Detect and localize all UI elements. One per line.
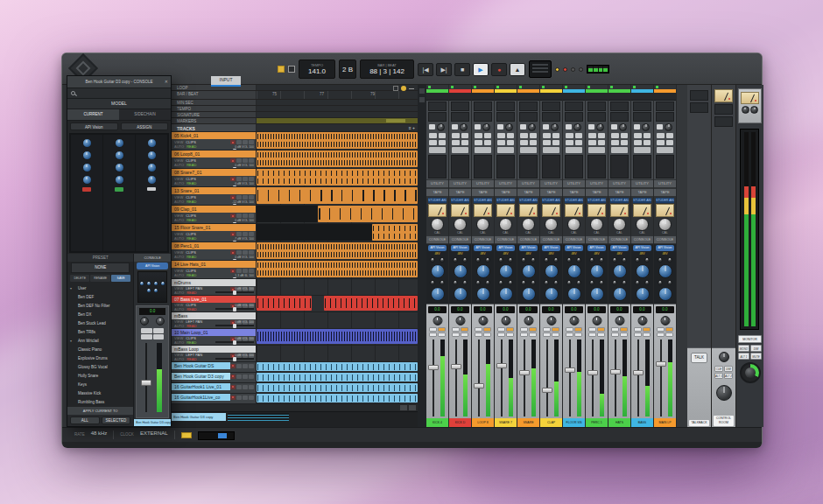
- channel-tab[interactable]: [517, 93, 539, 101]
- pad-button[interactable]: [666, 133, 674, 138]
- track-clip-lane[interactable]: [257, 206, 418, 223]
- apply-all-button[interactable]: ALL: [70, 416, 100, 424]
- pan-knob[interactable]: [592, 316, 601, 326]
- line-button[interactable]: [575, 140, 583, 145]
- mute-button[interactable]: [597, 327, 605, 332]
- track-volume-slider[interactable]: [215, 325, 254, 326]
- record-arm-button[interactable]: [230, 214, 236, 218]
- audio-clip[interactable]: [318, 206, 418, 222]
- input-slot[interactable]: [451, 102, 469, 111]
- audio-clip[interactable]: [257, 187, 418, 204]
- record-arm-button[interactable]: [230, 250, 236, 255]
- tape-cal-knob[interactable]: [545, 218, 558, 231]
- track-clip-lane[interactable]: [257, 362, 418, 372]
- track-volume-slider[interactable]: [215, 308, 254, 310]
- mini-knob[interactable]: [453, 257, 458, 262]
- monitor-trim-knob[interactable]: [742, 106, 749, 114]
- mini-knob[interactable]: [667, 280, 672, 285]
- plugin-knob[interactable]: [82, 150, 92, 160]
- mini-knob[interactable]: [531, 257, 536, 262]
- spill-button[interactable]: [452, 147, 468, 153]
- eq-knob[interactable]: [545, 287, 559, 301]
- track-header[interactable]: 15 Floor Snare_01 VIEW CLIPS AUTO READ -…: [172, 224, 257, 242]
- input-button[interactable]: [236, 250, 242, 255]
- mini-knob[interactable]: [485, 257, 490, 262]
- auto-button[interactable]: [506, 332, 514, 337]
- line-button[interactable]: [530, 140, 538, 145]
- mini-knob[interactable]: [440, 257, 445, 262]
- track-clip-lane[interactable]: [257, 329, 418, 345]
- rec-button[interactable]: [429, 332, 437, 337]
- pad-button[interactable]: [621, 133, 629, 138]
- plugin-knob[interactable]: [147, 175, 157, 185]
- line-button[interactable]: [598, 140, 606, 145]
- fader-handle[interactable]: [656, 361, 666, 367]
- preset-item[interactable]: Classic Piano: [67, 346, 133, 354]
- delete-preset-button[interactable]: DELETE: [70, 275, 89, 282]
- monitor-balance-knob[interactable]: [750, 106, 758, 114]
- record-arm-button[interactable]: [230, 396, 236, 400]
- auto-button[interactable]: [597, 332, 605, 337]
- hpf-button[interactable]: [497, 133, 505, 138]
- preset-item[interactable]: Ben DEF: [67, 293, 133, 302]
- solo-button[interactable]: [243, 250, 248, 255]
- spill-button[interactable]: [657, 147, 673, 153]
- track-header[interactable]: mBass VIEW LEFT PAN AUTO READ 0 dB VOL 1…: [172, 312, 257, 328]
- pad-button[interactable]: [575, 133, 583, 138]
- pad-button[interactable]: [644, 133, 651, 138]
- insert-list[interactable]: [474, 155, 492, 178]
- session-icon[interactable]: [278, 66, 285, 73]
- track-name[interactable]: 10 Main Loop_01: [172, 329, 256, 336]
- input-button[interactable]: [236, 214, 242, 218]
- track-name[interactable]: 05 Kick4_01: [172, 132, 256, 139]
- track-volume-slider[interactable]: [215, 358, 254, 360]
- channel-name-label[interactable]: LOOP 8: [472, 418, 494, 427]
- pad-button[interactable]: [461, 133, 469, 138]
- insert-slot[interactable]: [542, 112, 560, 122]
- insert-slot[interactable]: [496, 112, 515, 122]
- preamp-gain-knob[interactable]: [454, 264, 468, 278]
- track-clip-lane[interactable]: [257, 373, 418, 382]
- plugin-button[interactable]: [82, 187, 91, 192]
- record-arm-button[interactable]: [230, 232, 236, 236]
- rec-button[interactable]: [543, 332, 551, 337]
- track-header[interactable]: Ben Hook Guitar D3 copy VIEW CLIPS AUTO …: [172, 373, 257, 382]
- track-name[interactable]: 08 Perc1_01: [172, 242, 256, 249]
- auto-button[interactable]: [665, 332, 673, 337]
- track-automation-mode[interactable]: AUTO READ: [174, 290, 202, 295]
- spill-button[interactable]: [611, 147, 628, 153]
- input-slot[interactable]: [474, 102, 492, 111]
- solo-button[interactable]: [634, 327, 642, 332]
- mute-button[interactable]: MUTE: [750, 353, 762, 360]
- phase-button[interactable]: [475, 124, 481, 130]
- auto-button[interactable]: [461, 332, 468, 337]
- strip-gain-knob[interactable]: [140, 317, 149, 326]
- search-input[interactable]: [78, 90, 167, 97]
- track-automation-mode[interactable]: AUTO READ: [174, 200, 196, 204]
- mini-knob[interactable]: [635, 280, 640, 285]
- mini-knob[interactable]: [612, 280, 617, 285]
- channel-tab[interactable]: [495, 93, 517, 101]
- eq-knob[interactable]: [431, 287, 445, 301]
- mute-button[interactable]: [461, 327, 468, 332]
- unison-plugin-chip[interactable]: API Vision: [542, 245, 560, 251]
- record-arm-button[interactable]: [230, 269, 236, 273]
- track-name[interactable]: 09 Clap_01: [172, 206, 256, 213]
- auto-button[interactable]: [483, 332, 491, 337]
- insert-slot[interactable]: [428, 112, 447, 122]
- strip-pan-knob[interactable]: [156, 317, 165, 326]
- solo-button[interactable]: [429, 327, 437, 332]
- solo-button[interactable]: [520, 327, 528, 332]
- mini-knob[interactable]: [589, 257, 594, 262]
- spill-button[interactable]: [543, 147, 559, 153]
- track-header[interactable]: 05 Kick4_01 VIEW CLIPS AUTO READ 0 dB VO…: [172, 132, 257, 150]
- marker-chip[interactable]: [386, 119, 405, 122]
- channel-name-label[interactable]: FLOOR SN: [563, 418, 585, 427]
- channel-tab[interactable]: [608, 93, 630, 101]
- cue-button[interactable]: CUE: [714, 366, 723, 372]
- phantom-button[interactable]: [634, 140, 642, 145]
- eq-knob[interactable]: [590, 287, 604, 301]
- pan-knob[interactable]: [546, 316, 556, 326]
- overview-miniature[interactable]: [228, 413, 289, 421]
- track-automation-mode[interactable]: AUTO READ: [174, 163, 196, 167]
